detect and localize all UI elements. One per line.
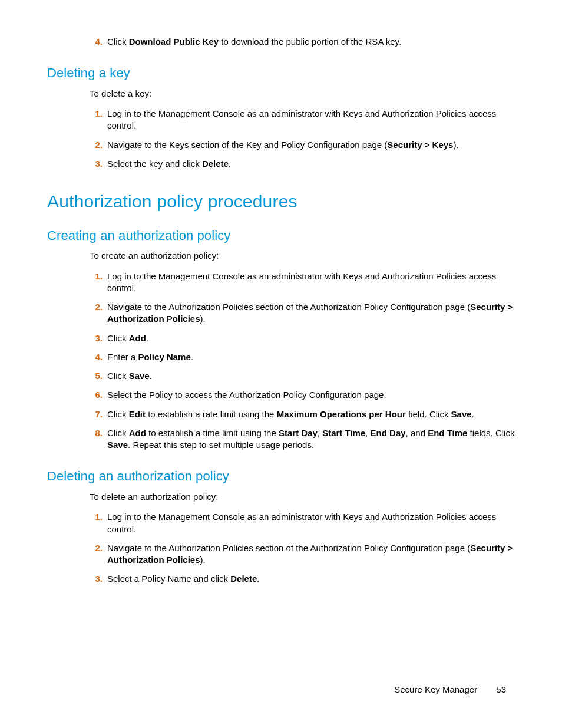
- list-item: 4.Enter a Policy Name.: [90, 348, 515, 367]
- step-text: Click Add.: [107, 333, 148, 343]
- list-item: 3.Click Add.: [90, 329, 515, 348]
- step-list-delete-key: 1.Log in to the Management Console as an…: [90, 104, 515, 173]
- step-number: 5.: [90, 370, 103, 382]
- step-number: 1.: [90, 271, 103, 282]
- step-text: Click Download Public Key to download th…: [107, 37, 401, 47]
- step-number: 8.: [90, 427, 103, 439]
- step-number: 1.: [90, 511, 103, 523]
- heading-authorization-procedures: Authorization policy procedures: [47, 190, 515, 214]
- list-item: 6.Select the Policy to access the Author…: [90, 386, 515, 404]
- list-item: 4. Click Download Public Key to download…: [90, 32, 515, 51]
- step-number: 1.: [90, 108, 103, 120]
- page-footer: Secure Key Manager 53: [394, 684, 506, 696]
- step-text: Select the key and click Delete.: [107, 159, 231, 169]
- list-item: 7.Click Edit to establish a rate limit u…: [90, 405, 515, 424]
- step-text: Enter a Policy Name.: [107, 352, 193, 362]
- list-item: 2.Navigate to the Authorization Policies…: [90, 539, 515, 570]
- step-number: 2.: [90, 542, 103, 554]
- heading-delete-key: Deleting a key: [47, 64, 515, 82]
- list-item: 1.Log in to the Management Console as an…: [90, 104, 515, 136]
- list-item: 3.Select the key and click Delete.: [90, 154, 515, 173]
- heading-create-auth: Creating an authorization policy: [47, 227, 515, 245]
- list-item: 5.Click Save.: [90, 367, 515, 386]
- step-list-delete-auth: 1.Log in to the Management Console as an…: [90, 508, 515, 588]
- step-number: 3.: [90, 573, 103, 585]
- list-item: 1.Log in to the Management Console as an…: [90, 267, 515, 298]
- footer-title: Secure Key Manager: [394, 684, 477, 694]
- intro-text: To delete a key:: [90, 88, 515, 100]
- step-list-create-auth: 1.Log in to the Management Console as an…: [90, 267, 515, 455]
- list-item: 2.Navigate to the Keys section of the Ke…: [90, 136, 515, 154]
- step-text: Log in to the Management Console as an a…: [107, 512, 496, 533]
- step-number: 6.: [90, 389, 103, 401]
- intro-text: To delete an authorization policy:: [90, 491, 515, 503]
- step-text: Navigate to the Authorization Policies s…: [107, 302, 513, 324]
- list-item: 3.Select a Policy Name and click Delete.: [90, 569, 515, 588]
- step-number: 4.: [90, 351, 103, 363]
- step-number: 3.: [90, 158, 103, 170]
- step-text: Log in to the Management Console as an a…: [107, 271, 496, 293]
- step-text: Click Save.: [107, 371, 152, 381]
- page-number: 53: [496, 684, 506, 694]
- step-text: Select the Policy to access the Authoriz…: [107, 390, 386, 400]
- step-text: Click Edit to establish a rate limit usi…: [107, 409, 474, 419]
- heading-delete-auth: Deleting an authorization policy: [47, 467, 515, 485]
- step-number: 3.: [90, 332, 103, 344]
- step-text: Log in to the Management Console as an a…: [107, 108, 496, 130]
- list-item: 2.Navigate to the Authorization Policies…: [90, 298, 515, 329]
- step-list-top: 4. Click Download Public Key to download…: [90, 32, 515, 51]
- list-item: 8.Click Add to establish a time limit us…: [90, 424, 515, 455]
- step-number: 2.: [90, 139, 103, 151]
- step-text: Navigate to the Authorization Policies s…: [107, 543, 513, 565]
- list-item: 1.Log in to the Management Console as an…: [90, 508, 515, 539]
- step-text: Click Add to establish a time limit usin…: [107, 428, 514, 450]
- step-number: 7.: [90, 409, 103, 420]
- step-text: Select a Policy Name and click Delete.: [107, 574, 259, 584]
- document-page: 4. Click Download Public Key to download…: [0, 0, 562, 728]
- intro-text: To create an authorization policy:: [90, 250, 515, 262]
- step-number: 4.: [90, 36, 103, 48]
- step-text: Navigate to the Keys section of the Key …: [107, 140, 459, 150]
- step-number: 2.: [90, 301, 103, 313]
